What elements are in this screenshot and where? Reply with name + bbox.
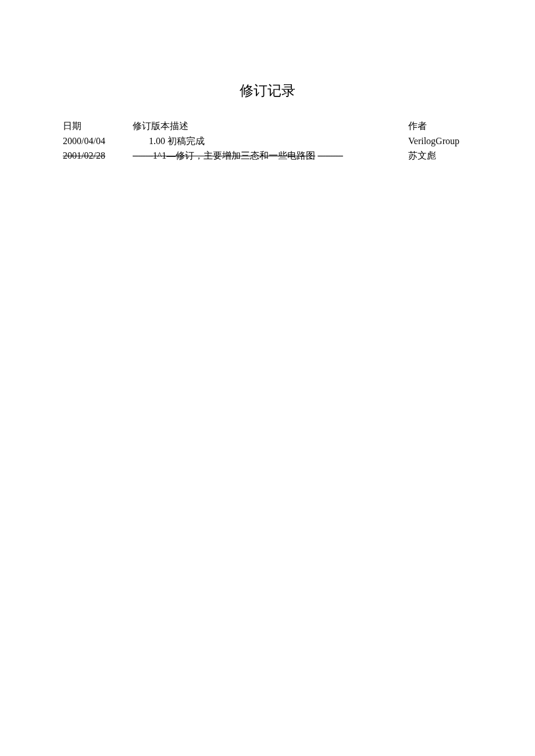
cell-date-text: 2001/02/28	[63, 151, 105, 160]
header-author: 作者	[408, 119, 472, 134]
cell-author: VerilogGroup	[408, 134, 472, 149]
cell-version: 1.00	[149, 134, 165, 149]
indent	[133, 134, 149, 149]
cell-version: 1^1	[153, 148, 167, 163]
cell-desc: 修订，主要增加三态和一些电路图	[176, 148, 315, 163]
header-version-desc-label: 修订版本描述	[133, 119, 188, 134]
cell-version-desc: 1.00 初稿完成	[133, 134, 408, 149]
document-page: 修订记录 日期 修订版本描述 作者 2000/04/04 1.00 初稿完成 V…	[0, 81, 535, 163]
header-date: 日期	[63, 119, 133, 134]
revision-table: 日期 修订版本描述 作者 2000/04/04 1.00 初稿完成 Verilo…	[63, 119, 472, 163]
header-version-desc: 修订版本描述	[133, 119, 408, 134]
dash-segment: ----------	[318, 148, 343, 163]
cell-version-desc: -------- 1^1 — 修订，主要增加三态和一些电路图 ---------…	[133, 148, 408, 163]
dash-segment: --------	[133, 148, 153, 163]
cell-date: 2001/02/28	[63, 148, 133, 163]
page-title: 修订记录	[63, 81, 472, 100]
cell-author: 苏文彪	[408, 148, 472, 163]
table-header-row: 日期 修订版本描述 作者	[63, 119, 472, 134]
cell-date: 2000/04/04	[63, 134, 133, 149]
table-row: 2001/02/28 -------- 1^1 — 修订，主要增加三态和一些电路…	[63, 148, 472, 163]
cell-desc: 初稿完成	[167, 134, 205, 149]
table-row: 2000/04/04 1.00 初稿完成 VerilogGroup	[63, 134, 472, 149]
dash-segment: —	[166, 148, 176, 163]
